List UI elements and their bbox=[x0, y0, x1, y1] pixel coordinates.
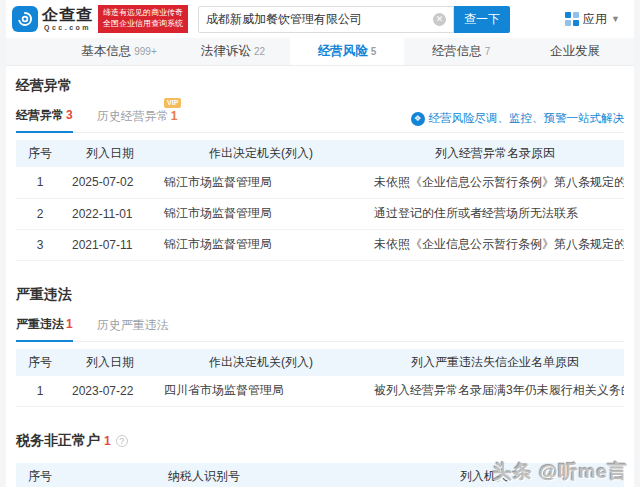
tab-label: 法律诉讼 bbox=[201, 43, 251, 60]
table-row: 2 2022-11-01 锦江市场监督管理局 通过登记的住所或者经营场所无法联系 bbox=[16, 198, 624, 229]
tab-label: 基本信息 bbox=[81, 43, 131, 60]
tab-label: 经营风险 bbox=[318, 43, 368, 60]
brand-name: 企查查 bbox=[42, 7, 93, 23]
promo-icon: ❖ bbox=[411, 112, 425, 126]
tab-legal-litigation[interactable]: 法律诉讼 22 bbox=[176, 38, 290, 65]
subtab-violation-current[interactable]: 严重违法1 bbox=[16, 316, 73, 342]
search-bar: ✕ 查一下 bbox=[198, 6, 510, 33]
col-header-reason: 列入严重违法失信企业名单原因 bbox=[366, 349, 624, 376]
cell-authority: 锦江市场监督管理局 bbox=[156, 167, 366, 198]
cell-authority: 锦江市场监督管理局 bbox=[156, 229, 366, 260]
section-title-violation: 严重违法 bbox=[16, 275, 624, 304]
tax-count: 1 bbox=[104, 434, 111, 448]
col-header-authority: 作出决定机关(列入) bbox=[156, 349, 366, 376]
subtab-count: 1 bbox=[171, 109, 178, 123]
subtab-count: 3 bbox=[66, 108, 73, 122]
tab-intellectual-property[interactable]: 知识产 bbox=[632, 38, 634, 65]
help-icon[interactable]: ? bbox=[116, 435, 128, 447]
tab-count: 999+ bbox=[134, 46, 157, 57]
apps-menu[interactable]: 应用 ▼ bbox=[565, 11, 620, 28]
promo-text: 经营风险尽调、监控、预警一站式解决 bbox=[429, 111, 625, 126]
tax-title-text: 税务非正常户 bbox=[16, 432, 100, 450]
tab-operating-info[interactable]: 经营信息 7 bbox=[404, 38, 518, 65]
cell-reason: 未依照《企业信息公示暂行条例》第八条规定的期限公示年度报告 bbox=[366, 167, 624, 198]
section-title-tax: 税务非正常户 1 ? bbox=[16, 421, 624, 450]
col-header-authority: 作出决定机关(列入) bbox=[156, 140, 366, 167]
qcc-logo[interactable]: 企查查 Qcc.com 缔造有远见的商业传奇 全国企业信用查询系统 bbox=[12, 5, 188, 33]
brand-text: 企查查 Qcc.com bbox=[42, 7, 93, 31]
tab-basic-info[interactable]: 基本信息 999+ bbox=[62, 38, 176, 65]
col-header-date: 列入日期 bbox=[64, 349, 156, 376]
cell-date: 2021-07-11 bbox=[64, 229, 156, 260]
slogan-line2: 全国企业信用查询系统 bbox=[103, 19, 183, 30]
main-content: 经营异常 经营异常3 历史经营异常1 VIP ❖ 经营风险尽调、监控、预警一站式… bbox=[6, 66, 634, 487]
brand-slogan: 缔造有远见的商业传奇 全国企业信用查询系统 bbox=[98, 5, 188, 33]
subtab-label: 历史经营异常 bbox=[97, 109, 169, 123]
subtab-label: 严重违法 bbox=[16, 317, 64, 331]
tab-count: 7 bbox=[485, 46, 491, 57]
table-header-row: 序号 列入日期 作出决定机关(列入) 列入严重违法失信企业名单原因 bbox=[16, 349, 624, 376]
cell-date: 2023-07-22 bbox=[64, 376, 156, 407]
apps-grid-icon bbox=[565, 12, 579, 26]
cell-seq: 2 bbox=[16, 198, 64, 229]
section-serious-violation: 严重违法 严重违法1 历史严重违法 序号 列入日期 作出决定机关(列入) 列入严… bbox=[16, 275, 624, 408]
table-row: 3 2021-07-11 锦江市场监督管理局 未依照《企业信息公示暂行条例》第八… bbox=[16, 229, 624, 260]
violation-table: 序号 列入日期 作出决定机关(列入) 列入严重违法失信企业名单原因 1 2023… bbox=[16, 349, 624, 408]
search-input[interactable] bbox=[206, 12, 433, 26]
search-button[interactable]: 查一下 bbox=[454, 6, 510, 33]
risk-promo-link[interactable]: ❖ 经营风险尽调、监控、预警一站式解决 bbox=[411, 111, 625, 132]
col-header-reason: 列入经营异常名录原因 bbox=[366, 140, 624, 167]
cell-reason: 未依照《企业信息公示暂行条例》第八条规定的期限公示年度报告 bbox=[366, 229, 624, 260]
watermark: 头条 @听me言 bbox=[493, 459, 628, 485]
table-row: 1 2025-07-02 锦江市场监督管理局 未依照《企业信息公示暂行条例》第八… bbox=[16, 167, 624, 198]
qcc-logo-icon bbox=[12, 6, 38, 32]
nav-tab-bar: 基本信息 999+ 法律诉讼 22 经营风险 5 经营信息 7 企业发展 知识产 bbox=[6, 38, 634, 66]
subtab-count: 1 bbox=[66, 317, 73, 331]
subtab-abnormal-history[interactable]: 历史经营异常1 VIP bbox=[97, 108, 178, 132]
col-header-seq: 序号 bbox=[16, 463, 64, 487]
cell-seq: 3 bbox=[16, 229, 64, 260]
cell-authority: 四川省市场监督管理局 bbox=[156, 376, 366, 407]
search-box: ✕ bbox=[198, 6, 454, 33]
col-header-seq: 序号 bbox=[16, 140, 64, 167]
brand-domain: Qcc.com bbox=[42, 24, 93, 31]
cell-reason: 被列入经营异常名录届满3年仍未履行相关义务的 bbox=[366, 376, 624, 407]
abnormal-table: 序号 列入日期 作出决定机关(列入) 列入经营异常名录原因 1 2025-07-… bbox=[16, 140, 624, 261]
slogan-line1: 缔造有远见的商业传奇 bbox=[103, 8, 183, 19]
table-row: 1 2023-07-22 四川省市场监督管理局 被列入经营异常名录届满3年仍未履… bbox=[16, 376, 624, 407]
cell-reason: 通过登记的住所或者经营场所无法联系 bbox=[366, 198, 624, 229]
cell-authority: 锦江市场监督管理局 bbox=[156, 198, 366, 229]
col-header-date: 列入日期 bbox=[64, 140, 156, 167]
tab-count: 22 bbox=[254, 46, 265, 57]
clear-search-icon[interactable]: ✕ bbox=[433, 13, 446, 26]
subtab-violation-history[interactable]: 历史严重违法 bbox=[97, 317, 169, 341]
subtab-label: 经营异常 bbox=[16, 108, 64, 122]
cell-date: 2022-11-01 bbox=[64, 198, 156, 229]
violation-subtab-row: 严重违法1 历史严重违法 bbox=[16, 316, 624, 342]
tab-label: 经营信息 bbox=[432, 43, 482, 60]
col-header-seq: 序号 bbox=[16, 349, 64, 376]
cell-date: 2025-07-02 bbox=[64, 167, 156, 198]
top-header: 企查查 Qcc.com 缔造有远见的商业传奇 全国企业信用查询系统 ✕ 查一下 … bbox=[6, 0, 634, 38]
table-header-row: 序号 列入日期 作出决定机关(列入) 列入经营异常名录原因 bbox=[16, 140, 624, 167]
apps-label: 应用 bbox=[583, 11, 607, 28]
vip-badge: VIP bbox=[164, 98, 181, 108]
tab-count: 5 bbox=[371, 46, 377, 57]
section-operating-abnormal: 经营异常 经营异常3 历史经营异常1 VIP ❖ 经营风险尽调、监控、预警一站式… bbox=[16, 66, 624, 261]
abnormal-subtab-row: 经营异常3 历史经营异常1 VIP ❖ 经营风险尽调、监控、预警一站式解决 bbox=[16, 107, 624, 133]
tab-operating-risk[interactable]: 经营风险 5 bbox=[290, 38, 404, 65]
subtab-label: 历史严重违法 bbox=[97, 318, 169, 332]
subtab-abnormal-current[interactable]: 经营异常3 bbox=[16, 107, 73, 133]
tab-company-development[interactable]: 企业发展 bbox=[518, 38, 632, 65]
cell-seq: 1 bbox=[16, 167, 64, 198]
col-header-taxpayer-id: 纳税人识别号 bbox=[64, 463, 344, 487]
page-container: 企查查 Qcc.com 缔造有远见的商业传奇 全国企业信用查询系统 ✕ 查一下 … bbox=[6, 0, 634, 487]
cell-seq: 1 bbox=[16, 376, 64, 407]
chevron-down-icon: ▼ bbox=[611, 14, 620, 24]
tab-label: 企业发展 bbox=[550, 43, 600, 60]
section-title-abnormal: 经营异常 bbox=[16, 66, 624, 95]
